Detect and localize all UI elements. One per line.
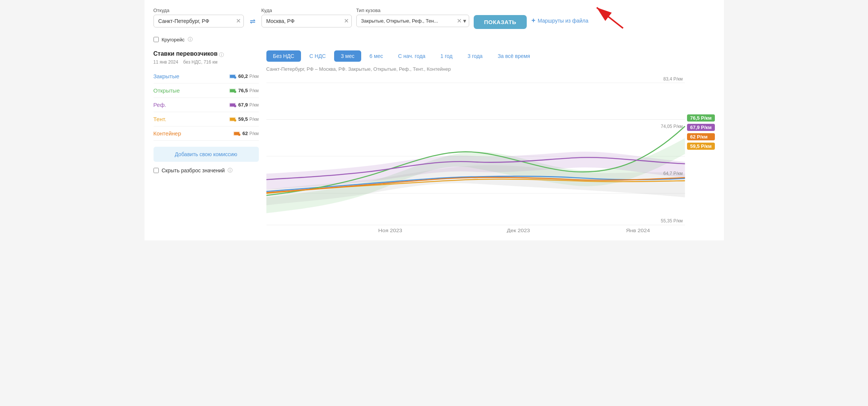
add-commission-button[interactable]: Добавить свою комиссию — [154, 147, 259, 162]
show-button[interactable]: ПОКАЗАТЬ — [474, 15, 527, 29]
hide-scatter-info-icon[interactable]: ⓘ — [228, 167, 233, 174]
body-type-dropdown-button[interactable]: ▾ — [463, 17, 466, 24]
chart-wrapper: Ноя 2023 Дек 2023 Янв 2024 83,4 Р/км 74,… — [266, 75, 715, 233]
svg-text:Дек 2023: Дек 2023 — [507, 227, 530, 233]
rate-name-closed: Закрытые — [154, 73, 179, 79]
rate-icon-tent — [229, 117, 237, 122]
swap-button[interactable]: ⇌ — [248, 16, 257, 27]
tab-no_vat[interactable]: Без НДС — [266, 50, 301, 62]
body-type-icons: ✕ ▾ — [457, 17, 466, 24]
tab-row: Без НДСС НДС3 мес6 месС нач. года1 год3 … — [266, 50, 715, 62]
rate-unit-ref: Р/км — [249, 102, 259, 108]
from-field-group: Откуда ✕ — [154, 8, 244, 27]
svg-text:Ноя 2023: Ноя 2023 — [378, 227, 402, 233]
rate-num-container: 62 — [242, 131, 248, 136]
rate-unit-closed: Р/км — [249, 74, 259, 79]
rate-value-closed: 60,2 Р/км — [229, 73, 258, 79]
rate-value-ref: 67,9 Р/км — [229, 102, 258, 108]
rate-row-container: Контейнер 62 Р/км — [154, 126, 259, 141]
chart-area: Без НДСС НДС3 мес6 месС нач. года1 год3 … — [266, 50, 715, 233]
tab-6m[interactable]: 6 мес — [363, 50, 390, 62]
tab-3m[interactable]: 3 мес — [334, 50, 361, 62]
to-input[interactable] — [261, 15, 352, 27]
to-label: Куда — [261, 8, 352, 13]
roundtrip-info-icon[interactable]: ⓘ — [188, 36, 193, 43]
rates-date: 11 янв 2024 — [154, 59, 178, 65]
rate-unit-tent: Р/км — [249, 117, 259, 122]
tab-1y[interactable]: 1 год — [434, 50, 459, 62]
body-type-input[interactable] — [356, 15, 469, 27]
rate-unit-open: Р/км — [249, 88, 259, 93]
rate-rows: Закрытые 60,2 Р/км Открытые 76,5 Р/км Ре… — [154, 69, 259, 141]
roundtrip-label: Кругорейс — [162, 37, 185, 43]
routes-link-label: Маршруты из файла — [538, 18, 588, 24]
to-field-group: Куда ✕ — [261, 8, 352, 27]
rate-name-container: Контейнер — [154, 130, 181, 137]
rates-date-row: 11 янв 2024 без НДС, 716 км — [154, 59, 259, 65]
rates-info: без НДС, 716 км — [183, 59, 217, 65]
from-label: Откуда — [154, 8, 244, 13]
rate-name-tent: Тент. — [154, 116, 166, 122]
from-input[interactable] — [154, 15, 244, 27]
svg-point-16 — [238, 134, 240, 136]
rate-row-closed: Закрытые 60,2 Р/км — [154, 69, 259, 84]
hide-scatter-checkbox[interactable] — [154, 168, 159, 173]
routes-link[interactable]: + Маршруты из файла — [531, 17, 588, 24]
svg-point-13 — [234, 119, 236, 122]
svg-text:Янв 2024: Янв 2024 — [626, 227, 650, 233]
rate-icon-container — [233, 131, 241, 136]
body-type-wrapper: ✕ ▾ — [356, 15, 469, 27]
plus-icon: + — [531, 17, 535, 24]
to-input-wrapper: ✕ — [261, 15, 352, 27]
rate-value-tent: 59,5 Р/км — [229, 116, 258, 122]
tab-with_vat[interactable]: С НДС — [303, 50, 333, 62]
body-type-field-group: Тип кузова ✕ ▾ — [356, 8, 469, 27]
rate-value-open: 76,5 Р/км — [229, 88, 258, 93]
arrow-annotation — [593, 4, 631, 30]
rates-help-icon[interactable]: ⓘ — [219, 52, 224, 58]
svg-point-4 — [234, 76, 236, 79]
from-clear-button[interactable]: ✕ — [236, 18, 241, 24]
chart-subtitle: Санкт-Петербург, РФ – Москва, РФ. Закрыт… — [266, 66, 715, 72]
rate-name-open: Открытые — [154, 87, 180, 94]
tab-3y[interactable]: 3 года — [461, 50, 489, 62]
to-clear-button[interactable]: ✕ — [344, 18, 349, 24]
rate-name-ref: Реф. — [154, 102, 166, 108]
roundtrip-checkbox[interactable] — [154, 37, 159, 42]
body-type-clear-button[interactable]: ✕ — [457, 18, 462, 24]
svg-point-10 — [234, 105, 236, 107]
chart-svg: Ноя 2023 Дек 2023 Янв 2024 — [266, 75, 715, 233]
rate-icon-open — [229, 88, 237, 93]
rate-unit-container: Р/км — [249, 131, 259, 136]
svg-point-7 — [234, 91, 236, 93]
rate-row-open: Открытые 76,5 Р/км — [154, 84, 259, 98]
rates-title-row: Ставки перевозчиков ⓘ — [154, 50, 259, 59]
tab-ytd[interactable]: С нач. года — [391, 50, 432, 62]
tab-all[interactable]: За всё время — [491, 50, 537, 62]
rate-num-open: 76,5 — [238, 88, 248, 93]
rate-num-ref: 67,9 — [238, 102, 248, 108]
rate-num-tent: 59,5 — [238, 116, 248, 122]
rates-title: Ставки перевозчиков — [154, 50, 218, 57]
body-type-label: Тип кузова — [356, 8, 469, 13]
left-panel: Ставки перевозчиков ⓘ 11 янв 2024 без НД… — [154, 50, 266, 233]
roundtrip-row: Кругорейс ⓘ — [154, 36, 715, 43]
rate-row-ref: Реф. 67,9 Р/км — [154, 98, 259, 112]
rate-value-container: 62 Р/км — [233, 131, 258, 136]
rate-num-closed: 60,2 — [238, 73, 248, 79]
hide-scatter-label: Скрыть разброс значений — [162, 167, 225, 173]
arrow-svg — [593, 4, 631, 30]
rate-icon-closed — [229, 74, 237, 79]
svg-line-1 — [597, 8, 623, 28]
rate-row-tent: Тент. 59,5 Р/км — [154, 112, 259, 126]
from-input-wrapper: ✕ — [154, 15, 244, 27]
rate-icon-ref — [229, 102, 237, 108]
hide-scatter-row: Скрыть разброс значений ⓘ — [154, 167, 259, 174]
